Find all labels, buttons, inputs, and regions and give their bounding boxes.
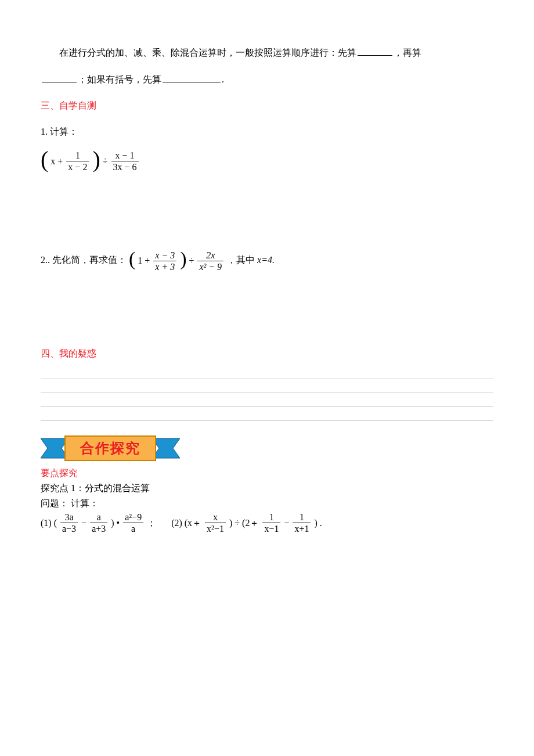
intro-text-2: ，再算: [394, 48, 421, 57]
p2-frac1-num: x: [205, 512, 226, 523]
q2-div: ÷: [189, 255, 194, 265]
q2-frac2-num: 2x: [197, 250, 223, 261]
intro-paragraph-line2: ；如果有括号，先算.: [41, 71, 493, 88]
q1-frac2-num: x − 1: [111, 150, 139, 161]
q2-frac2-den: x² − 9: [197, 261, 223, 272]
p1-semi: ；: [147, 517, 156, 527]
intro-text-4: .: [222, 74, 224, 84]
q2-one: 1: [138, 255, 142, 265]
q1-expression: ( x + 1 x − 2 ) ÷ x − 1 3x − 6: [41, 150, 493, 173]
q2-xval: x=4.: [257, 255, 275, 265]
problem-label: 问题： 计算：: [41, 496, 493, 510]
p1-close-dot: ) •: [111, 517, 120, 527]
problem-expressions: (1) ( 3a a−3 − a a+3 ) • a²−9 a ； (2) (x…: [41, 512, 493, 534]
q1-frac1-den: x − 2: [66, 161, 89, 172]
cooperation-banner: 合作探究: [41, 435, 180, 462]
p2-frac3-num: 1: [293, 512, 311, 523]
q1-plus: +: [57, 156, 63, 165]
p1-frac2-num: a: [90, 512, 107, 523]
q1-div: ÷: [103, 156, 108, 165]
section-4-title: 四、我的疑惑: [41, 345, 493, 362]
p1-frac1-den: a−3: [60, 523, 78, 534]
doubt-line-2[interactable]: [41, 381, 493, 393]
right-paren-icon: ): [180, 249, 186, 269]
blank-1[interactable]: [358, 44, 392, 56]
q2-label-b: ，其中: [227, 255, 255, 265]
q1-label: 1. 计算：: [41, 124, 493, 141]
left-paren-icon: (: [129, 249, 135, 269]
banner-text: 合作探究: [41, 435, 180, 462]
blank-2[interactable]: [42, 71, 77, 82]
topic-1-title: 探究点 1：分式的混合运算: [41, 481, 493, 495]
p1-minus: −: [81, 517, 86, 527]
p1-frac1-num: 3a: [60, 512, 78, 523]
p1-label: (1) (: [41, 517, 57, 527]
q1-frac1: 1 x − 2: [66, 150, 89, 172]
intro-text-1: 在进行分式的加、减、乘、除混合运算时，一般按照运算顺序进行：先算: [59, 48, 356, 57]
intro-paragraph: 在进行分式的加、减、乘、除混合运算时，一般按照运算顺序进行：先算，再算: [41, 44, 493, 62]
p1-frac1: 3a a−3: [60, 512, 78, 534]
p2-frac1-den: x²−1: [205, 523, 226, 534]
p1-frac3-den: a: [123, 523, 143, 534]
p2-frac1: x x²−1: [205, 512, 226, 534]
q2-line: 2.. 先化简，再求值： ( 1 + x − 3 x + 3 ) ÷ 2x x²…: [41, 250, 493, 272]
p1-frac2: a a+3: [90, 512, 107, 534]
p2-minus: −: [284, 517, 289, 527]
p2-frac2-den: x−1: [262, 523, 280, 534]
q2-frac1-den: x + 3: [153, 261, 176, 272]
section-3-title: 三、自学自测: [41, 98, 493, 114]
p2-end: ) .: [314, 517, 322, 527]
q2-frac1: x − 3 x + 3: [153, 250, 176, 272]
p2-mid: ) ÷ (2＋: [229, 517, 259, 527]
q2-plus: +: [145, 255, 150, 265]
q1-frac2-den: 3x − 6: [111, 161, 139, 172]
doubt-line-4[interactable]: [41, 409, 493, 421]
p2-label: (2) (x＋: [171, 517, 201, 527]
q2-frac1-num: x − 3: [153, 250, 176, 261]
p1-frac3-num: a²−9: [123, 512, 143, 523]
p2-frac3-den: x+1: [293, 523, 311, 534]
q1-frac2: x − 1 3x − 6: [111, 150, 139, 172]
q2-label-a: 2.. 先化简，再求值：: [41, 255, 127, 265]
left-paren-icon: (: [41, 148, 48, 171]
doubt-line-3[interactable]: [41, 395, 493, 407]
p2-frac2-num: 1: [262, 512, 280, 523]
doubt-line-1[interactable]: [41, 367, 493, 379]
p2-frac2: 1 x−1: [262, 512, 280, 534]
p1-frac2-den: a+3: [90, 523, 107, 534]
q2-frac2: 2x x² − 9: [197, 250, 223, 272]
q1-frac1-num: 1: [66, 150, 89, 161]
right-paren-icon: ): [92, 148, 100, 171]
blank-3[interactable]: [163, 71, 221, 82]
p1-frac3: a²−9 a: [123, 512, 143, 534]
q1-x: x: [50, 156, 55, 165]
work-space-1: [41, 182, 493, 240]
key-points-title: 要点探究: [41, 466, 493, 480]
work-space-2: [41, 282, 493, 340]
p2-frac3: 1 x+1: [293, 512, 311, 534]
intro-text-3: ；如果有括号，先算: [78, 74, 161, 84]
